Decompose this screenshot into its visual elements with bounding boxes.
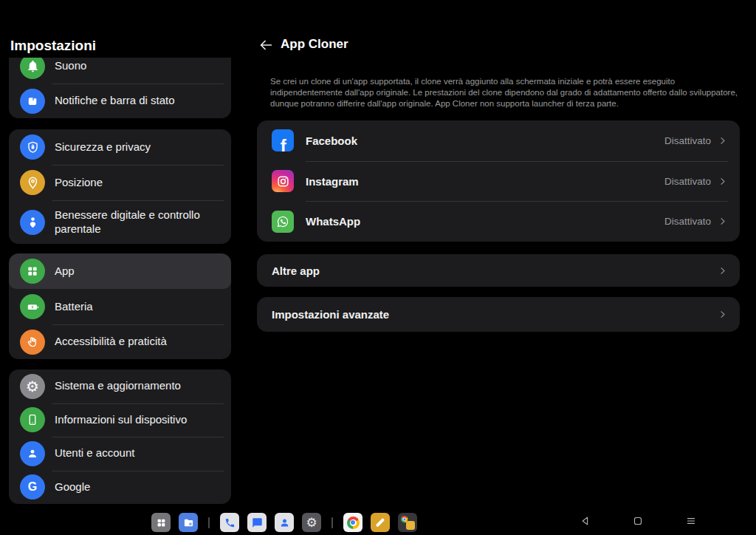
wellbeing-icon [20, 210, 45, 235]
sidebar-header: Impostazioni [0, 22, 244, 58]
chevron-right-icon [717, 135, 728, 146]
app-row-whatsapp[interactable]: WhatsApp Disattivato [257, 201, 740, 242]
chevron-right-icon [717, 176, 728, 187]
page-title: Impostazioni [10, 38, 96, 54]
app-row-facebook[interactable]: f Facebook Disattivato [257, 120, 740, 161]
contacts-icon[interactable] [275, 513, 294, 532]
sidebar-item-posizione[interactable]: Posizione [9, 165, 231, 200]
more-apps-label: Altre app [272, 265, 717, 277]
nav-back-button[interactable] [577, 513, 594, 529]
sidebar-item-informazioni[interactable]: Informazioni sul dispositivo [9, 403, 231, 437]
phone-icon[interactable] [220, 513, 239, 532]
sidebar-item-suono[interactable]: Suono [9, 58, 231, 84]
back-button[interactable] [255, 35, 276, 55]
app-status: Disattivato [664, 176, 711, 187]
sidebar-item-sistema[interactable]: ⚙ Sistema e aggiornamento [9, 369, 231, 403]
users-icon [20, 441, 45, 466]
app-name: WhatsApp [306, 215, 664, 228]
sidebar-item-notifiche[interactable]: Notifiche e barra di stato [9, 84, 231, 118]
notifications-icon [20, 89, 45, 114]
sidebar-item-label: Benessere digitale e controllo parentale [55, 208, 224, 236]
sidebar-item-app[interactable]: App [9, 253, 231, 289]
system-gear-icon: ⚙ [20, 374, 45, 399]
panel-title: App Cloner [281, 37, 348, 52]
app-drawer-icon[interactable] [151, 513, 171, 532]
sidebar-item-label: Notifiche e barra di stato [55, 94, 175, 108]
sidebar-item-accessibilita[interactable]: Accessibilità e praticità [9, 324, 231, 359]
nav-recents-button[interactable] [683, 513, 699, 529]
sidebar-item-label: Batteria [55, 300, 93, 314]
app-name: Instagram [306, 175, 664, 188]
settings-sidebar: Impostazioni Suono Notifiche e barra di … [0, 0, 244, 535]
sidebar-group-1: Suono Notifiche e barra di stato [9, 58, 231, 118]
accessibility-icon [20, 330, 45, 355]
app-row-instagram[interactable]: Instagram Disattivato [257, 161, 740, 202]
sidebar-item-label: Google [55, 480, 90, 494]
sidebar-group-2: Sicurezza e privacy Posizione Benessere … [9, 129, 231, 244]
sidebar-item-label: Sistema e aggiornamento [55, 379, 181, 393]
sidebar-item-label: Informazioni sul dispositivo [55, 413, 187, 427]
cloneable-apps-card: f Facebook Disattivato Instagram Disatti… [257, 120, 740, 242]
sidebar-item-label: App [55, 265, 75, 279]
chevron-right-icon [717, 309, 728, 320]
facebook-icon: f [272, 129, 294, 151]
location-icon [20, 170, 45, 195]
sidebar-item-label: Accessibilità e praticità [55, 335, 167, 349]
sidebar-item-label: Posizione [55, 176, 103, 190]
files-icon[interactable] [179, 513, 198, 532]
advanced-settings-button[interactable]: Impostazioni avanzate [257, 297, 740, 332]
chevron-right-icon [717, 265, 728, 276]
nav-home-button[interactable] [630, 513, 646, 529]
app-cloner-panel: App Cloner Se crei un clone di un'app su… [244, 0, 756, 535]
chevron-right-icon [717, 216, 728, 227]
sidebar-item-benessere[interactable]: Benessere digitale e controllo parentale [9, 200, 231, 244]
description-text: Se crei un clone di un'app supportata, i… [270, 76, 738, 109]
whatsapp-icon [272, 211, 294, 233]
security-shield-icon [20, 134, 45, 160]
sidebar-item-google[interactable]: G Google [9, 471, 231, 505]
app-status: Disattivato [664, 216, 711, 227]
sound-icon [20, 58, 45, 79]
sidebar-item-label: Utenti e account [55, 446, 134, 460]
app-status: Disattivato [664, 135, 711, 146]
sidebar-item-batteria[interactable]: Batteria [9, 289, 231, 324]
sidebar-group-3: App Batteria Accessibilità e praticità [9, 253, 231, 359]
advanced-settings-label: Impostazioni avanzate [272, 308, 717, 321]
sidebar-item-utenti[interactable]: Utenti e account [9, 437, 231, 471]
app-cloner-dock-icon[interactable] [398, 513, 417, 532]
app-name: Facebook [306, 134, 664, 147]
settings-dock-icon[interactable]: ⚙ [302, 513, 321, 532]
chrome-icon[interactable] [343, 513, 362, 532]
dock-icons: ⚙ [151, 513, 417, 532]
sidebar-item-label: Suono [55, 59, 86, 73]
sidebar-item-label: Sicurezza e privacy [55, 140, 151, 154]
messages-icon[interactable] [247, 513, 267, 532]
dock-divider [331, 517, 333, 528]
dock-divider [208, 517, 210, 528]
instagram-icon [272, 170, 294, 192]
google-icon: G [20, 474, 45, 500]
more-apps-button[interactable]: Altre app [257, 254, 740, 287]
sidebar-group-4: ⚙ Sistema e aggiornamento Informazioni s… [9, 369, 231, 504]
apps-icon [20, 259, 45, 284]
battery-setting-icon [20, 294, 45, 319]
sidebar-item-sicurezza[interactable]: Sicurezza e privacy [9, 129, 231, 165]
device-info-icon [20, 407, 45, 432]
notes-icon[interactable] [371, 513, 390, 532]
